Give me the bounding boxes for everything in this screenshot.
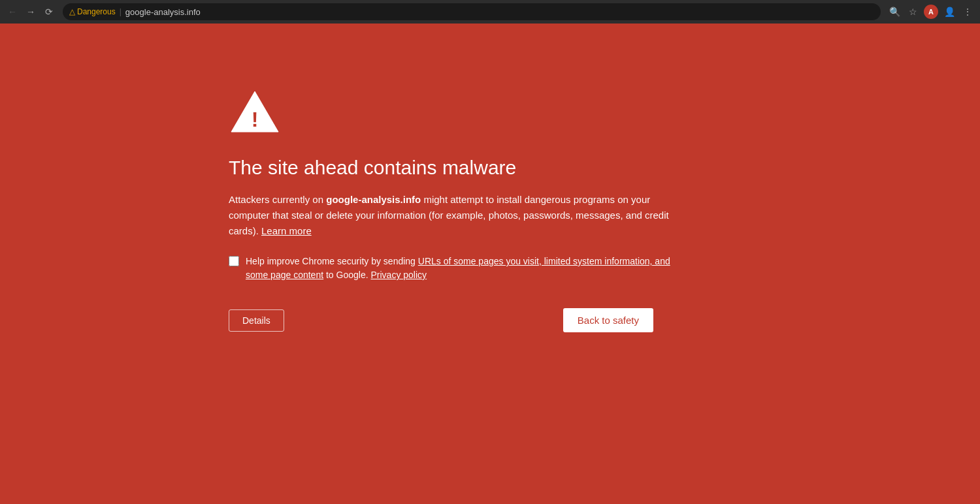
zoom-icon[interactable]: 🔍 — [887, 5, 902, 19]
omnibox-warning-label: Dangerous — [77, 7, 116, 16]
checkbox-label: Help improve Chrome security by sending … — [246, 255, 686, 282]
omnibox-warning-icon: △ Dangerous — [69, 7, 116, 16]
back-to-safety-button[interactable]: Back to safety — [563, 308, 653, 332]
omnibox-url[interactable]: google-analysis.info — [125, 7, 201, 17]
omnibox: △ Dangerous | google-analysis.info — [63, 3, 881, 20]
security-checkbox[interactable] — [229, 256, 239, 266]
description-prefix: Attackers currently on — [229, 194, 326, 205]
reload-button[interactable]: ⟳ — [42, 5, 56, 19]
dangerous-site-name: google-analysis.info — [326, 194, 421, 205]
svg-text:!: ! — [252, 108, 259, 131]
warning-description: Attackers currently on google-analysis.i… — [229, 192, 686, 239]
warning-title: The site ahead contains malware — [229, 157, 686, 179]
account-icon[interactable]: 👤 — [942, 5, 956, 19]
menu-icon[interactable]: ⋮ — [960, 5, 975, 19]
forward-button[interactable]: → — [24, 5, 38, 19]
back-button[interactable]: ← — [5, 5, 20, 19]
bookmark-icon[interactable]: ☆ — [906, 5, 920, 19]
warning-content: ! The site ahead contains malware Attack… — [229, 89, 686, 332]
toolbar-right-icons: 🔍 ☆ A 👤 ⋮ — [887, 5, 975, 19]
checkbox-section: Help improve Chrome security by sending … — [229, 255, 686, 282]
warning-triangle-icon: ! — [229, 89, 281, 134]
chrome-toolbar: ← → ⟳ △ Dangerous | google-analysis.info… — [0, 0, 980, 24]
buttons-row: Details Back to safety — [229, 308, 653, 332]
details-button[interactable]: Details — [229, 309, 284, 332]
omnibox-separator: | — [120, 7, 122, 16]
warning-page: ! The site ahead contains malware Attack… — [0, 24, 980, 504]
checkbox-suffix: to Google. — [323, 270, 368, 280]
profile-avatar[interactable]: A — [924, 5, 938, 19]
privacy-policy-link[interactable]: Privacy policy — [370, 270, 427, 280]
learn-more-link[interactable]: Learn more — [261, 225, 312, 236]
checkbox-prefix: Help improve Chrome security by sending — [246, 256, 418, 266]
